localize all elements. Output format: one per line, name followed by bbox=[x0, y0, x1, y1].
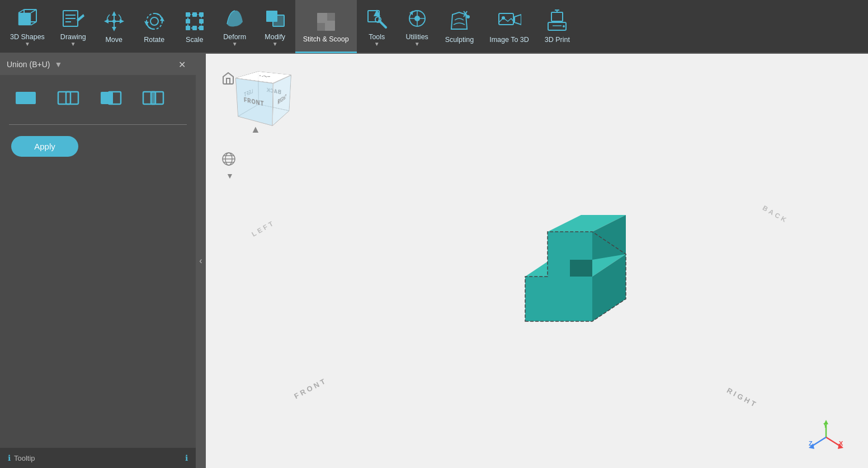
sidebar-header: Union (B+U) ▼ ✕ bbox=[0, 54, 196, 75]
svg-point-44 bbox=[466, 15, 470, 18]
dropdown-arrow-deform: ▼ bbox=[232, 41, 238, 47]
toolbar-item-utilities[interactable]: Utilities ▼ bbox=[397, 0, 437, 53]
dropdown-arrow-utilities: ▼ bbox=[414, 41, 420, 47]
toolbar-label-deform: Deform bbox=[223, 33, 246, 41]
grid-label-left: LEFT bbox=[251, 218, 277, 238]
axis-indicator: Y X Z bbox=[806, 418, 840, 451]
union-solid-button[interactable] bbox=[11, 84, 40, 113]
toolbar-label-tools: Tools bbox=[369, 33, 385, 41]
viewport[interactable]: LEFT BACK FRONT RIGHT FRONT BACK LEFT RI… bbox=[206, 54, 868, 468]
3d-shapes-icon bbox=[15, 6, 40, 31]
svg-point-18 bbox=[150, 17, 158, 25]
svg-marker-119 bbox=[570, 260, 592, 277]
svg-rect-29 bbox=[199, 19, 204, 24]
3d-shape bbox=[503, 187, 637, 335]
globe-button[interactable] bbox=[221, 152, 236, 170]
sidebar-divider bbox=[9, 124, 187, 125]
svg-point-53 bbox=[563, 25, 565, 27]
toolbar-item-stitch-scoop[interactable]: Stitch & Scoop bbox=[295, 0, 357, 53]
dropdown-arrow-sidebar[interactable]: ▼ bbox=[54, 60, 62, 69]
main-area: Union (B+U) ▼ ✕ bbox=[0, 54, 868, 468]
union-hollow-button[interactable] bbox=[54, 84, 83, 113]
tooltip-label: Tooltip bbox=[14, 454, 35, 462]
toolbar-item-3d-print[interactable]: 3D Print bbox=[537, 0, 578, 53]
sidebar-title: Union (B+U) bbox=[7, 60, 50, 69]
sculpting-icon bbox=[447, 9, 471, 34]
toolbar-item-scale[interactable]: Scale bbox=[174, 0, 215, 53]
rotate-icon bbox=[142, 9, 167, 34]
apply-button[interactable]: Apply bbox=[11, 136, 78, 157]
svg-rect-60 bbox=[101, 92, 113, 104]
svg-rect-64 bbox=[151, 92, 155, 104]
svg-marker-12 bbox=[104, 19, 108, 24]
toolbar: 3D Shapes ▼ Drawing ▼ bbox=[0, 0, 868, 54]
svg-marker-112 bbox=[525, 277, 592, 321]
intersect-button[interactable] bbox=[139, 84, 168, 113]
sidebar-close-button[interactable]: ✕ bbox=[175, 58, 189, 71]
subtract-button[interactable] bbox=[96, 84, 125, 113]
utilities-icon bbox=[405, 6, 430, 31]
viewport-nav-arrows: ▲ bbox=[251, 124, 261, 135]
tooltip-info-icon-right: ℹ bbox=[185, 453, 188, 462]
sidebar-operation-icons bbox=[0, 75, 196, 122]
svg-rect-51 bbox=[551, 12, 563, 21]
tooltip-info-icon: ℹ bbox=[8, 453, 11, 462]
svg-text:Y: Y bbox=[823, 422, 828, 429]
cube-face-front[interactable]: FRONT bbox=[235, 78, 273, 126]
stitch-scoop-icon bbox=[314, 8, 338, 33]
svg-marker-13 bbox=[120, 19, 124, 24]
globe-nav-arrow[interactable]: ▼ bbox=[226, 171, 234, 180]
move-icon bbox=[102, 9, 126, 34]
image-to-3d-icon bbox=[497, 9, 521, 34]
toolbar-label-stitch-scoop: Stitch & Scoop bbox=[303, 35, 349, 43]
deform-icon bbox=[223, 6, 247, 31]
svg-text:X: X bbox=[839, 440, 843, 447]
toolbar-item-3d-shapes[interactable]: 3D Shapes ▼ bbox=[2, 0, 53, 53]
toolbar-item-modify[interactable]: Modify ▼ bbox=[255, 0, 295, 53]
grid-label-front: FRONT bbox=[293, 376, 328, 401]
svg-point-16 bbox=[112, 20, 116, 23]
dropdown-arrow-3d-shapes: ▼ bbox=[25, 41, 30, 47]
toolbar-label-3d-shapes: 3D Shapes bbox=[10, 33, 45, 41]
toolbar-label-move: Move bbox=[105, 36, 122, 44]
toolbar-item-tools[interactable]: Tools ▼ bbox=[357, 0, 397, 53]
svg-marker-11 bbox=[112, 27, 116, 31]
toolbar-label-3d-print: 3D Print bbox=[545, 36, 570, 44]
svg-marker-48 bbox=[515, 15, 521, 25]
toolbar-label-modify: Modify bbox=[265, 33, 285, 41]
scale-icon bbox=[182, 9, 207, 34]
toolbar-item-rotate[interactable]: Rotate bbox=[134, 0, 174, 53]
cube-face-right[interactable]: RIGHT bbox=[272, 75, 291, 126]
grid-label-back: BACK bbox=[761, 204, 790, 224]
home-button[interactable] bbox=[221, 72, 235, 88]
sidebar-collapse-tab[interactable]: ‹ bbox=[196, 54, 206, 468]
toolbar-item-sculpting[interactable]: Sculpting bbox=[437, 0, 482, 53]
svg-rect-57 bbox=[23, 92, 36, 104]
toolbar-label-utilities: Utilities bbox=[406, 33, 428, 41]
svg-rect-22 bbox=[186, 12, 190, 17]
toolbar-item-deform[interactable]: Deform ▼ bbox=[215, 0, 255, 53]
svg-rect-58 bbox=[58, 92, 70, 104]
svg-point-41 bbox=[414, 16, 420, 21]
toolbar-label-scale: Scale bbox=[186, 36, 203, 44]
toolbar-label-image-to-3d: Image To 3D bbox=[489, 36, 529, 44]
nav-cube[interactable]: FRONT BACK LEFT RIGHT TOP bbox=[239, 71, 290, 127]
nav-arrow-up[interactable]: ▲ bbox=[251, 124, 261, 135]
collapse-chevron-icon: ‹ bbox=[199, 256, 202, 266]
toolbar-item-drawing[interactable]: Drawing ▼ bbox=[53, 0, 94, 53]
svg-rect-59 bbox=[66, 92, 78, 104]
dropdown-arrow-modify: ▼ bbox=[272, 41, 278, 47]
toolbar-item-image-to-3d[interactable]: Image To 3D bbox=[482, 0, 537, 53]
sidebar-header-left: Union (B+U) ▼ bbox=[7, 60, 62, 69]
toolbar-label-rotate: Rotate bbox=[144, 36, 164, 44]
svg-rect-25 bbox=[199, 26, 204, 30]
grid-label-right: RIGHT bbox=[725, 386, 759, 410]
svg-marker-10 bbox=[112, 11, 116, 16]
drawing-icon bbox=[61, 6, 86, 31]
sidebar-footer: ℹ Tooltip ℹ bbox=[0, 448, 196, 468]
svg-rect-36 bbox=[325, 21, 335, 31]
svg-rect-24 bbox=[186, 26, 190, 30]
toolbar-item-move[interactable]: Move bbox=[94, 0, 134, 53]
svg-rect-26 bbox=[192, 12, 197, 17]
svg-rect-32 bbox=[273, 15, 284, 26]
